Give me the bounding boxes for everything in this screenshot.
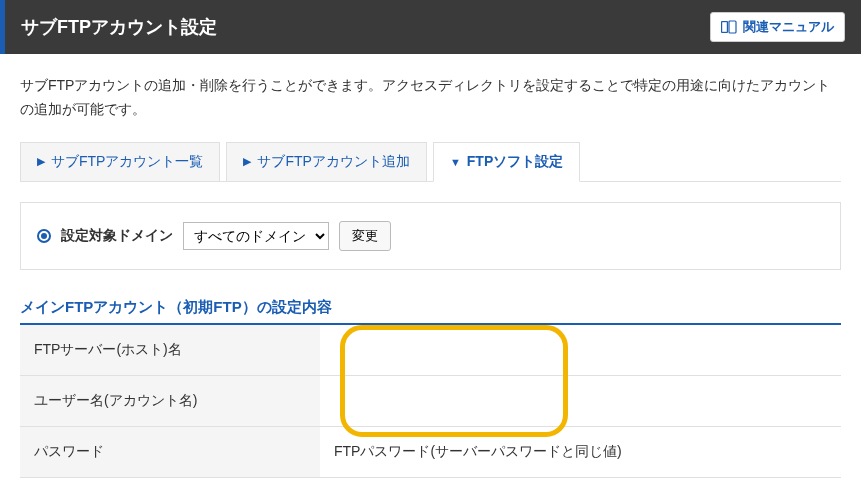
ftp-password-label: パスワード: [20, 426, 320, 477]
tab-ftp-settings[interactable]: ▼ FTPソフト設定: [433, 142, 580, 182]
table-row: FTPサーバー(ホスト)名: [20, 325, 841, 376]
book-icon: [721, 20, 737, 34]
target-domain-label: 設定対象ドメイン: [61, 227, 173, 245]
ftp-server-value: [320, 325, 841, 376]
page-description: サブFTPアカウントの追加・削除を行うことができます。アクセスディレクトリを設定…: [20, 74, 841, 122]
svg-rect-2: [722, 22, 727, 32]
tab-label: FTPソフト設定: [467, 153, 563, 171]
tab-label: サブFTPアカウント一覧: [51, 153, 203, 171]
change-button[interactable]: 変更: [339, 221, 391, 251]
radio-selected-icon[interactable]: [37, 229, 51, 243]
chevron-right-icon: ▶: [37, 155, 45, 168]
ftp-info-table-wrap: FTPサーバー(ホスト)名 ユーザー名(アカウント名) パスワード FTPパスワ…: [20, 325, 841, 478]
domain-select[interactable]: すべてのドメイン: [183, 222, 329, 250]
ftp-info-table: FTPサーバー(ホスト)名 ユーザー名(アカウント名) パスワード FTPパスワ…: [20, 325, 841, 478]
table-row: パスワード FTPパスワード(サーバーパスワードと同じ値): [20, 426, 841, 477]
page-header: サブFTPアカウント設定 関連マニュアル: [0, 0, 861, 54]
tab-account-list[interactable]: ▶ サブFTPアカウント一覧: [20, 142, 220, 181]
tab-label: サブFTPアカウント追加: [257, 153, 409, 171]
ftp-user-value: [320, 375, 841, 426]
table-row: ユーザー名(アカウント名): [20, 375, 841, 426]
svg-rect-1: [729, 21, 736, 33]
chevron-down-icon: ▼: [450, 156, 461, 168]
tab-bar: ▶ サブFTPアカウント一覧 ▶ サブFTPアカウント追加 ▼ FTPソフト設定: [20, 142, 841, 182]
tab-account-add[interactable]: ▶ サブFTPアカウント追加: [226, 142, 426, 181]
target-domain-row: 設定対象ドメイン すべてのドメイン 変更: [37, 221, 824, 251]
ftp-server-label: FTPサーバー(ホスト)名: [20, 325, 320, 376]
page-title: サブFTPアカウント設定: [21, 15, 217, 39]
ftp-user-label: ユーザー名(アカウント名): [20, 375, 320, 426]
related-manual-label: 関連マニュアル: [743, 18, 834, 36]
target-domain-box: 設定対象ドメイン すべてのドメイン 変更: [20, 202, 841, 270]
content-area: サブFTPアカウントの追加・削除を行うことができます。アクセスディレクトリを設定…: [0, 54, 861, 498]
ftp-password-value: FTPパスワード(サーバーパスワードと同じ値): [320, 426, 841, 477]
chevron-right-icon: ▶: [243, 155, 251, 168]
section-title: メインFTPアカウント（初期FTP）の設定内容: [20, 298, 841, 325]
related-manual-button[interactable]: 関連マニュアル: [710, 12, 845, 42]
